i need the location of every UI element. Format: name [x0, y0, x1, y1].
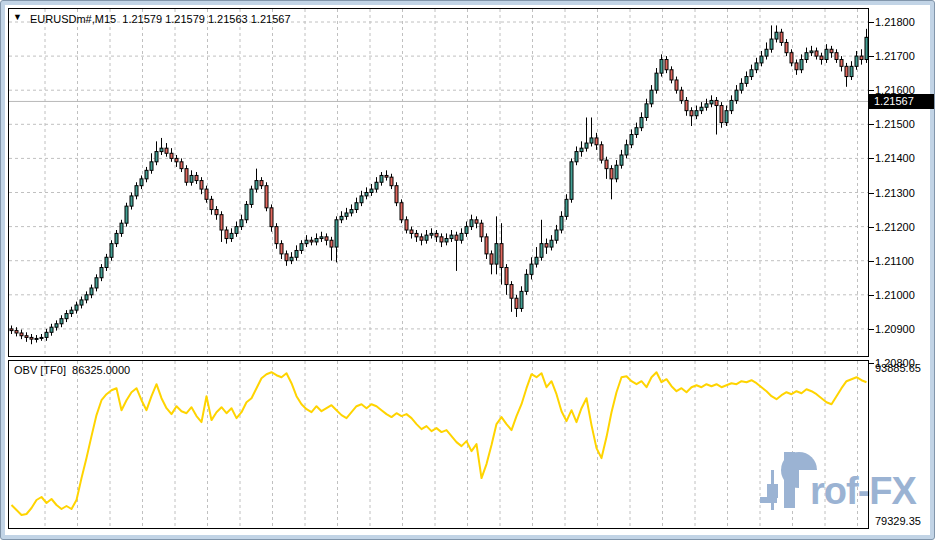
price-axis-tick [869, 261, 874, 262]
price-axis-label: 1.21800 [875, 15, 915, 29]
price-axis-tick [869, 329, 874, 330]
price-axis-label: 1.21500 [875, 117, 915, 131]
price-axis-label: 1.21200 [875, 220, 915, 234]
obv-name: OBV [TF0] [14, 364, 66, 376]
mt4-chart-window: { "header": { "dropdown_icon": "▼", "sym… [0, 0, 935, 540]
price-axis[interactable]: 1.218001.217001.216001.215001.214001.213… [869, 0, 935, 540]
price-axis-tick [869, 90, 874, 91]
candlestick-chart-canvas[interactable] [9, 9, 868, 356]
price-axis-tick [869, 56, 874, 57]
price-axis-label: 1.21300 [875, 186, 915, 200]
price-axis-label: 1.21700 [875, 49, 915, 63]
price-axis-tick [869, 227, 874, 228]
obv-axis-max-label: 93885.65 [875, 361, 921, 375]
chart-dropdown-icon[interactable]: ▼ [13, 12, 22, 22]
price-axis-tick [869, 295, 874, 296]
price-axis-label: 1.21400 [875, 151, 915, 165]
price-axis-tick [869, 124, 874, 125]
obv-axis-min-label: 79329.35 [875, 514, 921, 528]
obv-line-canvas[interactable] [9, 361, 868, 528]
symbol-period-label: EURUSDm#,M15 [30, 13, 116, 25]
current-price-badge: 1.21567 [869, 94, 934, 109]
chart-title: EURUSDm#,M15 1.21579 1.21579 1.21563 1.2… [30, 13, 291, 25]
price-axis-tick [869, 363, 874, 364]
price-chart-pane[interactable] [8, 8, 869, 357]
pane-border-line [868, 360, 869, 528]
price-axis-label: 1.20900 [875, 322, 915, 336]
ohlc-values: 1.21579 1.21579 1.21563 1.21567 [122, 13, 290, 25]
price-axis-label: 1.21000 [875, 288, 915, 302]
obv-indicator-label: OBV [TF0] 86325.0000 [14, 364, 130, 376]
price-axis-label: 1.21100 [875, 254, 914, 268]
price-axis-tick [869, 158, 874, 159]
price-axis-tick [869, 193, 874, 194]
obv-current-value: 86325.0000 [72, 364, 130, 376]
obv-indicator-pane[interactable] [8, 360, 869, 529]
price-axis-tick [869, 22, 874, 23]
